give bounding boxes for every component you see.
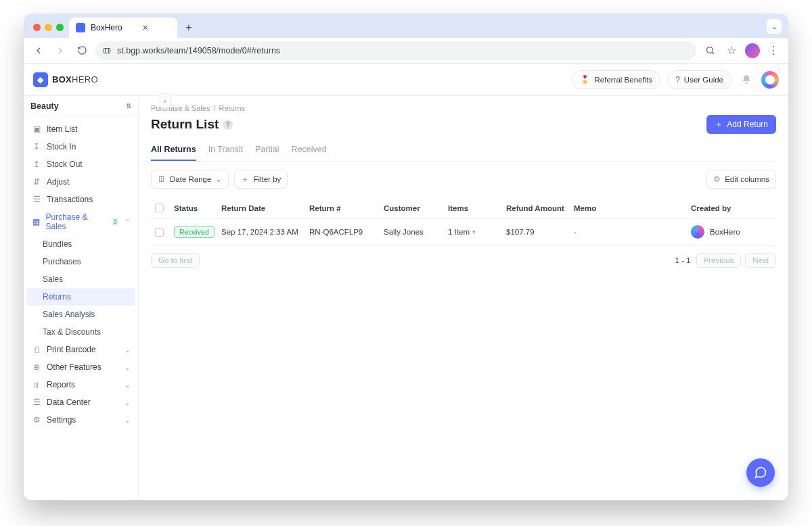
minimize-window-dot[interactable] — [45, 24, 52, 31]
url-bar[interactable]: st.bgp.works/team/149058/mode/0#/returns — [95, 41, 696, 60]
sidebar-item-settings[interactable]: ⚙Settings⌄ — [24, 411, 138, 429]
sidebar-item-purchases[interactable]: Purchases — [24, 253, 138, 270]
chevron-down-icon: ⌄ — [125, 416, 130, 424]
settings-icon: ⚙ — [713, 174, 721, 184]
sidebar-item-returns[interactable]: Returns — [26, 288, 135, 306]
col-refund-amount[interactable]: Refund Amount — [506, 204, 574, 212]
user-guide-button[interactable]: ? User Guide — [667, 70, 731, 89]
logo-text-thin: HERO — [72, 74, 98, 85]
browser-tab[interactable]: BoxHero × — [69, 18, 177, 38]
gear-icon: ⚙ — [32, 415, 41, 425]
next-button[interactable]: Next — [745, 253, 776, 268]
database-icon: ☰ — [32, 398, 41, 407]
maximize-window-dot[interactable] — [56, 24, 64, 31]
edit-columns-button[interactable]: ⚙ Edit columns — [706, 170, 776, 189]
sidebar-item-bundles[interactable]: Bundles — [24, 235, 138, 253]
referral-label: Referral Benefits — [594, 76, 652, 84]
tab-partial[interactable]: Partial — [255, 141, 279, 161]
previous-button[interactable]: Previous — [696, 253, 742, 268]
col-return-date[interactable]: Return Date — [221, 204, 309, 212]
app-logo[interactable]: ◆ BOXHERO — [33, 72, 98, 87]
sidebar-item-reports[interactable]: ⫼Reports⌄ — [24, 376, 138, 393]
referral-benefits-button[interactable]: 🎖️ Referral Benefits — [572, 70, 660, 89]
table-header: Status Return Date Return # Customer Ite… — [151, 198, 776, 218]
tab-in-transit[interactable]: In Transit — [208, 141, 243, 161]
chevron-down-icon: ⌄ — [125, 364, 130, 371]
sidebar-item-tax-discounts[interactable]: Tax & Discounts — [24, 323, 138, 341]
sidebar-item-stock-out[interactable]: ↥Stock Out — [24, 156, 138, 173]
chevron-down-icon: ▾ — [472, 229, 476, 235]
sidebar-item-purchase-sales[interactable]: ▦ Purchase & Sales β ⌃ — [24, 208, 138, 235]
filter-by-button[interactable]: ＋ Filter by — [234, 170, 288, 189]
col-memo[interactable]: Memo — [574, 204, 691, 212]
sidebar-item-transactions[interactable]: ☲Transactions — [24, 191, 138, 208]
calendar-icon: 🗓 — [158, 174, 166, 184]
date-range-picker[interactable]: 🗓 Date Range ⌄ — [151, 170, 229, 189]
sidebar-item-sales[interactable]: Sales — [24, 270, 138, 288]
sidebar-item-other-features[interactable]: ⊕Other Features⌄ — [24, 358, 138, 376]
select-all-checkbox[interactable] — [155, 204, 164, 212]
tab-title: BoxHero — [91, 23, 122, 32]
beta-badge: β — [112, 218, 119, 225]
plus-circle-icon: ⊕ — [32, 362, 41, 372]
sort-icon: ⇅ — [126, 102, 131, 110]
site-info-icon[interactable] — [102, 46, 112, 55]
sidebar-item-data-center[interactable]: ☰Data Center⌄ — [24, 393, 138, 411]
sidebar-item-sales-analysis[interactable]: Sales Analysis — [24, 306, 138, 323]
notifications-icon[interactable] — [738, 74, 754, 85]
svg-point-1 — [706, 47, 713, 53]
creator-avatar-icon — [691, 225, 704, 239]
logo-mark-icon: ◆ — [33, 72, 48, 87]
user-avatar[interactable] — [761, 71, 779, 89]
zoom-icon[interactable] — [702, 43, 718, 59]
tab-close-icon[interactable]: × — [143, 22, 148, 33]
cell-items[interactable]: 1 Item ▾ — [448, 228, 506, 236]
sidebar-collapse-button[interactable]: ‹ — [160, 93, 171, 108]
sidebar-item-adjust[interactable]: ⇵Adjust — [24, 173, 138, 191]
support-chat-button[interactable] — [746, 458, 775, 487]
filter-tabs: All Returns In Transit Partial Received — [151, 141, 776, 162]
nav-back-icon[interactable] — [30, 43, 47, 59]
chevron-down-icon: ⌄ — [215, 174, 222, 184]
logo-text-bold: BOX — [52, 74, 72, 85]
table-row[interactable]: Received Sep 17, 2024 2:33 AM RN-Q6ACFLP… — [151, 218, 776, 246]
cell-return-number: RN-Q6ACFLP9 — [309, 228, 384, 236]
sidebar-item-print-barcode[interactable]: ⎙Print Barcode⌄ — [24, 341, 138, 358]
chevron-down-icon: ⌄ — [125, 381, 130, 389]
upload-icon: ↥ — [32, 160, 41, 169]
nav-forward-icon[interactable] — [52, 43, 68, 59]
breadcrumb-current: Returns — [219, 104, 246, 112]
tab-all-returns[interactable]: All Returns — [151, 141, 196, 161]
reload-icon[interactable] — [74, 43, 90, 59]
tabs-overflow-button[interactable]: ⌄ — [767, 19, 782, 34]
row-checkbox[interactable] — [155, 228, 164, 237]
tab-favicon — [76, 23, 85, 32]
sidebar-item-stock-in[interactable]: ↧Stock In — [24, 138, 138, 156]
col-status[interactable]: Status — [174, 204, 221, 212]
close-window-dot[interactable] — [33, 24, 41, 31]
go-to-first-button[interactable]: Go to first — [151, 253, 200, 268]
col-created-by[interactable]: Created by — [691, 204, 772, 212]
help-icon: ? — [675, 75, 680, 85]
sidebar-item-item-list[interactable]: ▣Item List — [24, 120, 138, 138]
tab-received[interactable]: Received — [292, 141, 327, 161]
browser-toolbar: st.bgp.works/team/149058/mode/0#/returns… — [24, 38, 788, 64]
window-controls — [28, 24, 69, 38]
col-customer[interactable]: Customer — [384, 204, 448, 212]
chart-icon: ⫼ — [32, 380, 41, 389]
col-items[interactable]: Items — [448, 204, 506, 212]
main-content: Purchase & Sales / Returns Return List ?… — [139, 96, 788, 500]
team-selector[interactable]: Beauty ⇅ — [24, 96, 138, 116]
help-tooltip-icon[interactable]: ? — [223, 120, 233, 130]
browser-menu-icon[interactable]: ⋮ — [765, 43, 782, 59]
profile-avatar-icon[interactable] — [745, 43, 760, 58]
url-text: st.bgp.works/team/149058/mode/0#/returns — [117, 46, 280, 55]
col-return-number[interactable]: Return # — [309, 204, 384, 212]
add-return-button[interactable]: ＋ Add Return — [706, 115, 776, 134]
new-tab-button[interactable]: + — [180, 19, 198, 37]
download-icon: ↧ — [32, 142, 41, 151]
bookmark-star-icon[interactable]: ☆ — [723, 43, 740, 59]
cell-refund: $107.79 — [506, 228, 574, 236]
barcode-icon: ☲ — [32, 195, 41, 204]
cell-created-by: BoxHero — [691, 225, 772, 239]
